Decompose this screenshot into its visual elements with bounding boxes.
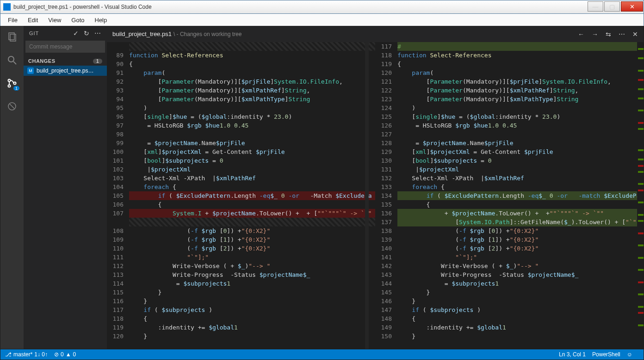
language-mode[interactable]: PowerShell bbox=[592, 351, 620, 358]
more-actions-icon[interactable]: ⋯ bbox=[619, 31, 625, 38]
menu-edit[interactable]: Edit bbox=[23, 16, 43, 24]
more-icon[interactable]: ⋯ bbox=[94, 30, 101, 37]
tab-description: \ - Changes on working tree bbox=[173, 31, 242, 37]
window-title: build_project_tree.ps1 - powershell - Vi… bbox=[13, 4, 587, 10]
changes-header[interactable]: CHANGES 1 bbox=[24, 56, 107, 66]
svg-point-4 bbox=[8, 79, 11, 82]
svg-line-3 bbox=[13, 61, 16, 64]
tab-filename[interactable]: build_project_tree.ps1 bbox=[112, 31, 172, 37]
right-code[interactable]: #function Select-References{ param( [Par… bbox=[397, 42, 644, 349]
activity-bar: 1 bbox=[0, 26, 24, 349]
git-badge: 1 bbox=[13, 86, 19, 91]
svg-line-8 bbox=[10, 104, 14, 109]
prev-change-icon[interactable]: ← bbox=[578, 31, 584, 38]
refresh-icon[interactable]: ↻ bbox=[84, 30, 90, 37]
changes-count: 1 bbox=[93, 59, 102, 64]
branch-status[interactable]: ⎇master* 1↓ 0↑ bbox=[5, 351, 48, 358]
cursor-position[interactable]: Ln 3, Col 1 bbox=[559, 351, 586, 358]
debug-icon[interactable] bbox=[6, 100, 19, 113]
svg-point-2 bbox=[8, 56, 14, 62]
menu-help[interactable]: Help bbox=[90, 16, 112, 24]
commit-message-input[interactable] bbox=[25, 41, 105, 53]
diff-left-pane[interactable]: 8990919293949596979899100101102103104105… bbox=[107, 42, 375, 349]
right-gutter: 1171181191201211221231241251261271281291… bbox=[375, 42, 397, 349]
commit-icon[interactable]: ✓ bbox=[73, 30, 79, 37]
left-gutter: 8990919293949596979899100101102103104105… bbox=[107, 42, 129, 349]
modified-badge: M bbox=[27, 67, 34, 74]
overview-ruler[interactable] bbox=[637, 42, 644, 349]
next-change-icon[interactable]: → bbox=[592, 31, 598, 38]
left-code[interactable]: function Select-References{ param( [Para… bbox=[129, 42, 375, 349]
close-editor-icon[interactable]: ✕ bbox=[632, 31, 638, 38]
app-icon bbox=[3, 3, 11, 11]
maximize-button[interactable]: ▢ bbox=[604, 1, 620, 12]
menubar: File Edit View Goto Help bbox=[0, 14, 644, 26]
git-icon[interactable]: 1 bbox=[6, 77, 19, 90]
minimize-button[interactable]: — bbox=[588, 1, 603, 12]
menu-goto[interactable]: Goto bbox=[67, 16, 89, 24]
git-sidebar: GIT ✓ ↻ ⋯ CHANGES 1 M build_project_tree… bbox=[24, 26, 107, 349]
status-bar: ⎇master* 1↓ 0↑ ⊘0 ▲0 Ln 3, Col 1 PowerSh… bbox=[0, 349, 644, 360]
diff-right-pane[interactable]: 1171181191201211221231241251261271281291… bbox=[375, 42, 644, 349]
left-minimap bbox=[365, 42, 369, 349]
search-icon[interactable] bbox=[6, 54, 19, 67]
svg-point-5 bbox=[8, 85, 11, 87]
sidebar-title: GIT bbox=[29, 31, 39, 36]
diff-editor[interactable]: 8990919293949596979899100101102103104105… bbox=[107, 42, 644, 349]
changed-file-item[interactable]: M build_project_tree.ps… bbox=[24, 66, 107, 76]
explorer-icon[interactable] bbox=[6, 31, 19, 43]
feedback-icon[interactable]: ☺ bbox=[627, 351, 632, 358]
toggle-view-icon[interactable]: ⇆ bbox=[606, 31, 611, 38]
changed-file-name: build_project_tree.ps… bbox=[37, 67, 93, 74]
editor-tabbar: build_project_tree.ps1 \ - Changes on wo… bbox=[107, 26, 644, 42]
menu-file[interactable]: File bbox=[3, 16, 22, 24]
svg-point-6 bbox=[14, 82, 16, 85]
close-button[interactable]: ✕ bbox=[621, 1, 643, 12]
window-titlebar: build_project_tree.ps1 - powershell - Vi… bbox=[0, 0, 644, 14]
menu-view[interactable]: View bbox=[43, 16, 66, 24]
problems-status[interactable]: ⊘0 ▲0 bbox=[54, 351, 76, 358]
